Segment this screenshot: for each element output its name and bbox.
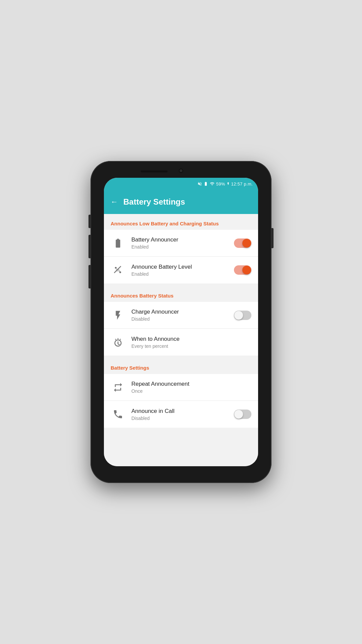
mute-icon — [197, 181, 202, 186]
section-header-battery-settings: Battery Settings — [104, 358, 258, 374]
status-bar: 59% 12:57 p.m. — [104, 178, 258, 190]
battery-status-icon — [203, 181, 208, 186]
app-bar: ← Battery Settings — [104, 190, 258, 214]
back-button[interactable]: ← — [111, 198, 118, 206]
signal-icon — [209, 181, 215, 186]
list-item[interactable]: Battery Announcer Enabled — [104, 230, 258, 257]
charging-icon — [227, 181, 230, 186]
spacer — [104, 283, 258, 286]
setting-subtitle: Disabled — [131, 416, 234, 421]
setting-subtitle: Disabled — [131, 316, 234, 322]
charge-announcer-toggle[interactable] — [234, 311, 251, 320]
announce-in-call-toggle[interactable] — [234, 410, 251, 419]
setting-text: Repeat Announcement Once — [131, 381, 251, 394]
setting-text: Announce in Call Disabled — [131, 408, 234, 421]
setting-title: Announce in Call — [131, 408, 234, 415]
bixby-button — [88, 265, 90, 288]
clock: 12:57 p.m. — [231, 181, 253, 186]
setting-title: Announce Battery Level — [131, 264, 234, 270]
setting-subtitle: Enabled — [131, 271, 234, 277]
list-item[interactable]: When to Announce Every ten percent — [104, 329, 258, 356]
setting-subtitle: Every ten percent — [131, 343, 251, 349]
volume-down-button — [88, 235, 90, 258]
setting-title: Charge Announcer — [131, 309, 234, 315]
phone-screen: 59% 12:57 p.m. ← Battery Settings Announ… — [104, 178, 258, 466]
section-header-low-battery: Announces Low Battery and Charging Statu… — [104, 214, 258, 230]
setting-subtitle: Once — [131, 388, 251, 394]
settings-group-low-battery: Battery Announcer Enabled % A — [104, 230, 258, 283]
charge-icon — [111, 308, 125, 323]
power-button — [272, 228, 274, 248]
spacer — [104, 428, 258, 430]
list-item[interactable]: Announce in Call Disabled — [104, 401, 258, 428]
percent-icon: % — [111, 263, 125, 277]
timer-icon — [111, 335, 125, 350]
section-header-battery-status: Announces Battery Status — [104, 286, 258, 302]
list-item[interactable]: Repeat Announcement Once — [104, 374, 258, 401]
svg-text:%: % — [116, 268, 120, 273]
setting-text: Announce Battery Level Enabled — [131, 264, 234, 277]
setting-title: Repeat Announcement — [131, 381, 251, 387]
front-camera — [179, 168, 183, 173]
setting-text: When to Announce Every ten percent — [131, 336, 251, 349]
list-item[interactable]: Charge Announcer Disabled — [104, 302, 258, 329]
battery-percentage: 59% — [216, 181, 225, 186]
repeat-icon — [111, 380, 125, 395]
settings-group-battery-status: Charge Announcer Disabled Wh — [104, 302, 258, 356]
volume-up-button — [88, 215, 90, 228]
list-item[interactable]: % Announce Battery Level Enabled — [104, 257, 258, 283]
setting-title: When to Announce — [131, 336, 251, 342]
setting-text: Battery Announcer Enabled — [131, 236, 234, 250]
battery-icon — [111, 236, 125, 251]
page-title: Battery Settings — [123, 197, 185, 207]
speaker-grille — [141, 170, 168, 172]
phone-device: 59% 12:57 p.m. ← Battery Settings Announ… — [90, 161, 272, 483]
settings-content: Announces Low Battery and Charging Statu… — [104, 214, 258, 466]
setting-text: Charge Announcer Disabled — [131, 309, 234, 322]
status-icons: 59% 12:57 p.m. — [197, 181, 253, 186]
announce-battery-level-toggle[interactable] — [234, 265, 251, 275]
settings-group-battery-settings: Repeat Announcement Once Announce in Cal… — [104, 374, 258, 428]
setting-subtitle: Enabled — [131, 244, 234, 250]
spacer — [104, 356, 258, 358]
call-icon — [111, 407, 125, 422]
battery-announcer-toggle[interactable] — [234, 238, 251, 248]
setting-title: Battery Announcer — [131, 236, 234, 243]
